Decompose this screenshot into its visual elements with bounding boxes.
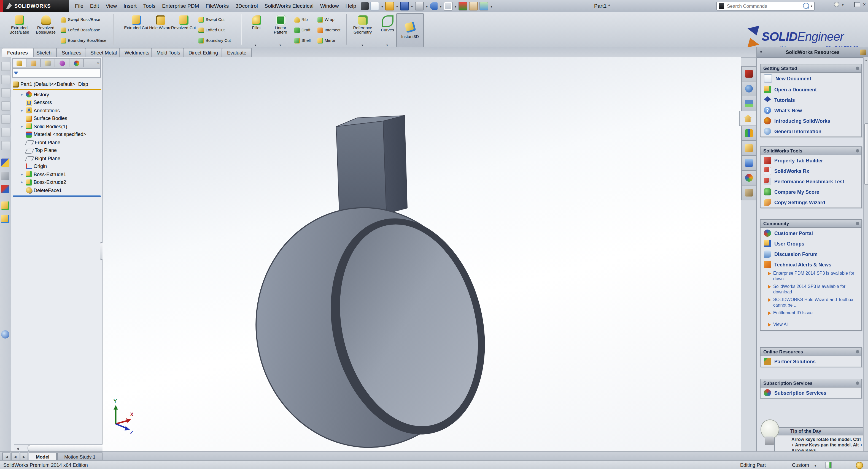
link-new-document[interactable]: New Document (761, 73, 861, 84)
extrude-cut-tool-icon[interactable] (1, 215, 9, 223)
tree-filter-input[interactable] (20, 70, 99, 76)
displaymanager-tab[interactable] (70, 59, 84, 67)
linear-pattern-button[interactable]: Linear Pattern (268, 14, 293, 45)
open-icon[interactable] (385, 2, 394, 10)
menu-fileworks[interactable]: FileWorks (202, 0, 232, 12)
news-item[interactable]: Enterprise PDM 2014 SP3 is available for… (761, 270, 861, 283)
notification-coin-icon[interactable] (856, 462, 863, 469)
menu-help[interactable]: Help (342, 0, 359, 12)
tab-solidworks-resources[interactable] (739, 111, 756, 126)
lofted-cut-button[interactable]: Lofted Cut (198, 26, 224, 34)
menu-insert[interactable]: Insert (120, 0, 140, 12)
manager-tabs-overflow-icon[interactable]: » (97, 59, 100, 68)
rib-button[interactable]: Rib (294, 15, 308, 24)
revolved-boss-base-button[interactable]: Revolved Boss/Base (33, 14, 58, 45)
link-view-all[interactable]: View All (761, 321, 861, 330)
tab-mold-tools[interactable]: Mold Tools (151, 48, 186, 57)
menu-window[interactable]: Window (317, 0, 342, 12)
boundary-cut-button[interactable]: Boundary Cut (198, 36, 231, 44)
tag-icon[interactable] (825, 462, 832, 468)
close-icon[interactable]: × (863, 2, 866, 7)
link-property-tab-builder[interactable]: Property Tab Builder (761, 155, 861, 166)
tab-view-palette[interactable] (741, 126, 757, 141)
link-open-document[interactable]: Open a Document (761, 84, 861, 95)
menu-enterprise-pdm[interactable]: Enterprise PDM (159, 0, 202, 12)
tree-item-solid-bodies[interactable]: ▸ Solid Bodies(1) (13, 123, 101, 130)
sketch-tool-icon[interactable] (1, 159, 9, 167)
refgeom-flyout-icon[interactable]: ▾ (362, 43, 363, 47)
menu-file[interactable]: File (72, 0, 87, 12)
tree-item-right-plane[interactable]: Right Plane (13, 155, 101, 162)
link-whats-new[interactable]: ? What's New (761, 105, 861, 115)
rollback-bar[interactable] (13, 195, 101, 197)
link-partner-solutions[interactable]: Partner Solutions (761, 356, 861, 367)
tab-appearances[interactable] (741, 140, 757, 156)
extrude-tool-icon[interactable] (1, 201, 9, 210)
graphics-viewport[interactable]: Y X Z (102, 57, 741, 451)
tree-item-boss-extrude2[interactable]: ▸ Boss-Extrude2 (13, 178, 101, 186)
tab-direct-editing[interactable]: Direct Editing (183, 48, 223, 57)
tree-item-top-plane[interactable]: Top Plane (13, 146, 101, 155)
link-copy-settings-wizard[interactable]: Copy Settings Wizard (761, 197, 861, 207)
news-item[interactable]: SolidWorks 2014 SP3 is available for dow… (761, 283, 861, 296)
save-dropdown-icon[interactable]: ▾ (410, 4, 413, 8)
scrollbar-thumb[interactable] (28, 445, 111, 451)
reference-geometry-button[interactable]: Reference Geometry (348, 14, 377, 45)
scrollbar-thumb[interactable] (864, 123, 868, 185)
fillet-button[interactable]: Fillet (244, 14, 269, 45)
section-header[interactable]: Online Resources (761, 348, 861, 356)
propertymanager-tab[interactable] (27, 59, 41, 67)
news-item[interactable]: SOLIDWORKS Hole Wizard and Toolbox canno… (761, 296, 861, 309)
options-icon[interactable] (479, 2, 488, 10)
menu-edit[interactable]: Edit (87, 0, 102, 12)
search-dropdown-icon[interactable]: ▾ (811, 4, 812, 8)
pencil-icon[interactable] (361, 2, 369, 10)
tab-features[interactable]: Features (2, 48, 33, 57)
swept-cut-button[interactable]: Swept Cut (198, 15, 224, 24)
mirror-button[interactable]: Mirror (317, 36, 335, 44)
pin-icon[interactable] (856, 149, 859, 153)
print-icon[interactable] (415, 2, 424, 10)
file-properties-icon[interactable] (469, 2, 478, 10)
tab-design-library[interactable] (741, 81, 757, 96)
boundary-boss-base-button[interactable]: Boundary Boss/Base (61, 36, 106, 44)
tab-document-recovery[interactable] (741, 185, 757, 200)
scroll-up-icon[interactable]: ▲ (864, 58, 868, 62)
menu-view[interactable]: View (102, 0, 120, 12)
link-performance-benchmark-test[interactable]: Performance Benchmark Test (761, 176, 861, 187)
tab-weldments[interactable]: Weldments (119, 48, 155, 57)
help-dropdown-icon[interactable]: ▾ (842, 2, 843, 6)
instant3d-button[interactable]: Instant3D (396, 13, 424, 47)
block-side-face[interactable] (383, 115, 407, 213)
link-technical-alerts[interactable]: Technical Alerts & News (761, 259, 861, 270)
menu-3dcontrol[interactable]: 3Dcontrol (232, 0, 261, 12)
new-document-icon[interactable] (370, 2, 379, 10)
next-tab-icon[interactable]: ▶ (20, 453, 28, 461)
save-icon[interactable] (400, 2, 409, 10)
link-user-groups[interactable]: User Groups (761, 238, 861, 249)
tab-sketch[interactable]: Sketch (31, 48, 57, 57)
tab-solidworks-resources-alt[interactable] (741, 66, 757, 81)
pin-icon[interactable] (856, 67, 859, 70)
curves-flyout-icon[interactable]: ▾ (386, 43, 388, 47)
link-discussion-forum[interactable]: Discussion Forum (761, 249, 861, 259)
tab-surfaces[interactable]: Surfaces (56, 48, 87, 57)
section-header[interactable]: SolidWorks Tools (761, 147, 861, 155)
pin-icon[interactable] (856, 350, 859, 354)
news-item[interactable]: Entitlement ID Issue (761, 309, 861, 317)
expand-icon[interactable]: ▸ (20, 93, 24, 97)
select-icon[interactable] (444, 2, 453, 10)
print-dropdown-icon[interactable]: ▾ (426, 4, 428, 8)
wrap-button[interactable]: Wrap (317, 15, 335, 24)
tree-item-boss-extrude1[interactable]: ▸ Boss-Extrude1 (13, 170, 101, 178)
section-header[interactable]: Community (761, 220, 861, 228)
refresh-icon[interactable] (1, 330, 9, 339)
scroll-left-icon[interactable]: ◀ (14, 446, 21, 450)
featuremanager-tab[interactable] (13, 59, 27, 67)
tree-filter-box[interactable] (12, 69, 101, 78)
tab-evaluate[interactable]: Evaluate (221, 48, 252, 57)
pattern-flyout-icon[interactable]: ▾ (279, 43, 281, 47)
link-solidworks-rx[interactable]: SolidWorks Rx (761, 166, 861, 176)
status-units[interactable]: Custom (792, 461, 809, 469)
tab-file-explorer[interactable] (741, 96, 757, 111)
